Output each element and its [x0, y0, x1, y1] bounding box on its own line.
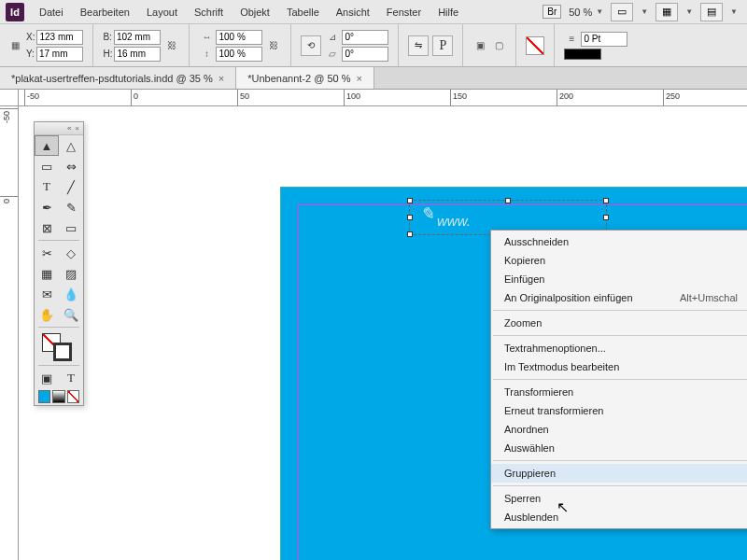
zoom-tool[interactable]: 🔍	[59, 304, 83, 325]
preview-mode[interactable]: T	[59, 368, 83, 388]
workspace-switcher-button[interactable]: ▤	[700, 3, 723, 21]
type-tool[interactable]: T	[35, 176, 59, 197]
y-input[interactable]	[36, 47, 83, 62]
menu-schrift[interactable]: Schrift	[187, 3, 231, 21]
collapse-icon[interactable]: «	[67, 124, 71, 133]
ruler-tick-label: 0	[134, 91, 138, 101]
line-tool[interactable]: ╱	[59, 176, 83, 197]
context-menu-item-paste[interactable]: Einfügen	[491, 270, 747, 288]
selection-handle[interactable]	[407, 231, 413, 237]
document-tab[interactable]: *plakat-usertreffen-psdtutorials.indd @ …	[0, 67, 236, 89]
context-menu-item-zoom[interactable]: Zoomen	[491, 314, 747, 332]
direct-selection-tool[interactable]: △	[59, 135, 83, 156]
apply-gradient-button[interactable]	[52, 390, 64, 403]
gap-tool[interactable]: ⇔	[59, 156, 83, 176]
bridge-button[interactable]: Br	[543, 5, 561, 19]
normal-view-mode[interactable]: ▣	[35, 368, 59, 388]
ruler-tick-label: 0	[2, 199, 11, 203]
height-input[interactable]	[114, 47, 161, 62]
apply-color-button[interactable]	[38, 390, 50, 403]
panel-header[interactable]: «×	[35, 122, 83, 135]
context-menu-item-edit-in-story-editor[interactable]: Im Textmodus bearbeiten	[491, 357, 747, 376]
selection-tool[interactable]: ▲	[35, 135, 59, 156]
selection-handle[interactable]	[407, 215, 413, 220]
screen-mode-button[interactable]: ▭	[611, 3, 633, 21]
hand-tool[interactable]: ✋	[35, 304, 59, 325]
free-transform-tool[interactable]: ◇	[59, 243, 83, 263]
scale-x-input[interactable]	[216, 30, 262, 45]
constrain-proportions-icon[interactable]: ⛓	[164, 38, 179, 53]
menu-bearbeiten[interactable]: Bearbeiten	[73, 3, 137, 21]
select-content-button[interactable]: ▢	[491, 38, 506, 53]
chevron-down-icon: ▼	[641, 7, 648, 16]
menu-bar: Id Datei Bearbeiten Layout Schrift Objek…	[0, 0, 747, 24]
selection-handle[interactable]	[603, 215, 609, 220]
pencil-tool[interactable]: ✎	[59, 197, 83, 217]
tools-panel[interactable]: «× ▲ △ ▭ ⇔ T ╱ ✒ ✎ ⊠ ▭ ✂ ◇ ▦ ▨ ✉ 💧 ✋ 🔍 ▣…	[34, 121, 84, 406]
close-icon[interactable]: ×	[218, 73, 224, 84]
context-menu-item-text-frame-options[interactable]: Textrahmenoptionen...	[491, 339, 747, 357]
apply-none-button[interactable]	[67, 390, 79, 403]
arrange-documents-button[interactable]: ▦	[655, 3, 678, 21]
close-icon[interactable]: ×	[75, 124, 79, 133]
context-menu-item-group[interactable]: Gruppieren	[491, 464, 747, 483]
stroke-style-dropdown[interactable]	[564, 49, 601, 60]
document-tab[interactable]: *Unbenannt-2 @ 50 % ×	[236, 67, 374, 89]
rectangle-frame-tool[interactable]: ⊠	[35, 217, 59, 238]
context-menu-item-copy[interactable]: Kopieren	[491, 251, 747, 270]
selection-handle[interactable]	[603, 198, 609, 203]
selection-handle[interactable]	[505, 198, 511, 203]
context-menu-item-paste-in-place[interactable]: An Originalposition einfügenAlt+Umschal	[491, 288, 747, 307]
x-input[interactable]	[36, 30, 83, 45]
reference-point-icon[interactable]: ▦	[7, 38, 22, 53]
menu-tabelle[interactable]: Tabelle	[279, 3, 327, 21]
menu-hilfe[interactable]: Hilfe	[430, 3, 466, 21]
stroke-swatch[interactable]	[53, 343, 72, 361]
rotate-90-button[interactable]: P	[432, 35, 453, 56]
gradient-swatch-tool[interactable]: ▦	[35, 263, 59, 284]
ruler-origin[interactable]	[0, 90, 19, 106]
rotate-ccw-button[interactable]: ⟲	[301, 35, 321, 56]
ruler-tick-label: -50	[27, 91, 39, 101]
fill-stroke-proxy[interactable]	[35, 329, 83, 363]
fill-swatch[interactable]	[526, 36, 544, 55]
horizontal-ruler[interactable]: -50 0 50 100 150 200 250	[19, 90, 747, 106]
constrain-scale-icon[interactable]: ⛓	[266, 38, 281, 53]
context-menu-item-arrange[interactable]: Anordnen	[491, 420, 747, 439]
context-menu-item-transform-again[interactable]: Erneut transformieren	[491, 401, 747, 420]
shear-input[interactable]	[342, 47, 388, 62]
document-tab-strip: *plakat-usertreffen-psdtutorials.indd @ …	[0, 67, 747, 90]
context-menu-item-cut[interactable]: Ausschneiden	[491, 232, 747, 251]
zoom-level-dropdown[interactable]: 50 % ▼	[569, 7, 603, 18]
context-menu-item-select[interactable]: Auswählen	[491, 439, 747, 457]
gradient-feather-tool[interactable]: ▨	[59, 263, 83, 284]
scale-x-icon: ↔	[199, 30, 214, 45]
eyedropper-tool[interactable]: 💧	[59, 284, 83, 304]
rotation-input[interactable]	[342, 30, 388, 45]
context-menu-item-hide[interactable]: Ausblenden	[491, 508, 747, 526]
menu-objekt[interactable]: Objekt	[233, 3, 277, 21]
rotation-icon: ⊿	[325, 30, 340, 45]
stroke-weight-input[interactable]	[581, 32, 627, 47]
close-icon[interactable]: ×	[357, 73, 362, 84]
flip-horizontal-button[interactable]: ⇋	[408, 35, 429, 56]
context-menu-item-lock[interactable]: Sperren	[491, 489, 747, 508]
menu-separator	[493, 310, 747, 311]
menu-fenster[interactable]: Fenster	[379, 3, 429, 21]
rectangle-tool[interactable]: ▭	[59, 217, 83, 238]
note-tool[interactable]: ✉	[35, 284, 59, 304]
pen-tool[interactable]: ✒	[35, 197, 59, 217]
menu-ansicht[interactable]: Ansicht	[329, 3, 377, 21]
width-input[interactable]	[114, 30, 161, 45]
page-tool[interactable]: ▭	[35, 156, 59, 176]
context-menu-item-transform[interactable]: Transformieren	[491, 383, 747, 401]
chevron-down-icon: ▼	[685, 7, 693, 16]
select-container-button[interactable]: ▣	[472, 38, 487, 53]
scale-y-input[interactable]	[216, 47, 262, 62]
vertical-ruler[interactable]: -50 0	[0, 106, 19, 560]
menu-separator	[493, 460, 747, 461]
menu-datei[interactable]: Datei	[32, 3, 71, 21]
menu-layout[interactable]: Layout	[139, 3, 185, 21]
scissors-tool[interactable]: ✂	[35, 243, 59, 263]
selection-handle[interactable]	[407, 198, 413, 203]
